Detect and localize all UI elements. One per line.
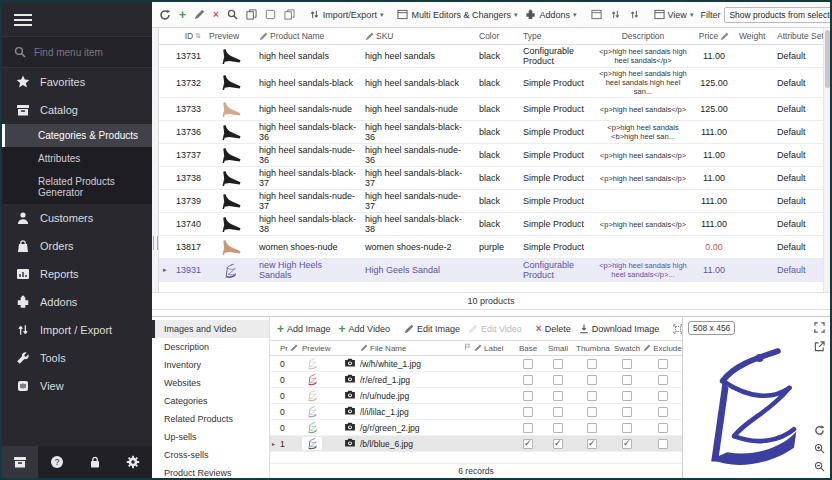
detail-tab[interactable]: Categories <box>152 392 269 410</box>
column-header-weight[interactable]: Weight <box>735 28 773 45</box>
cell-product-name[interactable]: women shoes-nude <box>255 236 361 259</box>
detail-tab[interactable]: Websites <box>152 374 269 392</box>
add-product-button[interactable]: + <box>176 7 189 23</box>
cell-label[interactable] <box>471 356 513 372</box>
product-row[interactable]: 13731 high heel sandals high heel sandal… <box>159 45 830 68</box>
small-checkbox[interactable] <box>553 407 563 417</box>
cell-label[interactable] <box>471 420 513 436</box>
sort-az-button[interactable] <box>588 7 605 22</box>
sidebar-item-favorites[interactable]: Favorites <box>2 68 152 96</box>
edit-product-button[interactable] <box>191 7 208 22</box>
search-button[interactable] <box>224 7 241 22</box>
cell-price[interactable]: 125.00 <box>693 68 735 98</box>
panel-collapse-handle[interactable] <box>152 28 159 292</box>
scrollbar-thumb[interactable] <box>825 30 830 88</box>
hamburger-menu-icon[interactable] <box>2 2 152 36</box>
import-export-menu[interactable]: Import/Export▾ <box>306 7 387 22</box>
cell-price[interactable]: 0.00 <box>693 236 735 259</box>
product-row[interactable]: 13736 high heel sandals-black-36 high he… <box>159 121 830 144</box>
cell-sku[interactable]: high heel sandals-black <box>361 68 475 98</box>
column-header-preview[interactable]: Preview <box>205 28 255 45</box>
column-header-description[interactable]: Description <box>593 28 693 45</box>
detail-tab[interactable]: Inventory <box>152 356 269 374</box>
base-checkbox[interactable] <box>523 423 533 433</box>
cell-price[interactable]: 11.00 <box>693 259 735 282</box>
row-expand-cell[interactable] <box>159 144 167 167</box>
fullscreen-icon[interactable] <box>814 322 825 333</box>
swatch-checkbox[interactable] <box>622 407 632 417</box>
row-expand-cell[interactable]: ▸ <box>159 259 167 282</box>
cell-sku[interactable]: high heel sandals <box>361 45 475 68</box>
small-checkbox[interactable] <box>553 375 563 385</box>
product-row[interactable]: ▸ 13931 new High Heels Sandals High Geel… <box>159 259 830 282</box>
cell-product-name[interactable]: high heel sandals-nude-37 <box>255 190 361 213</box>
cell-file-name[interactable]: /w/h/white_1.jpg <box>357 356 461 372</box>
menu-search-input[interactable] <box>34 47 134 58</box>
edit-image-button[interactable]: Edit Image <box>401 322 463 336</box>
multi-editors-menu[interactable]: Multi Editors & Changers▾ <box>394 7 520 22</box>
swatch-checkbox[interactable] <box>622 375 632 385</box>
base-checkbox[interactable] <box>523 391 533 401</box>
sidebar-item-tools[interactable]: Tools <box>2 344 152 372</box>
row-expand-cell[interactable]: ▸ <box>270 436 277 452</box>
view-menu[interactable]: View▾ <box>651 7 697 22</box>
thumbnail-checkbox[interactable] <box>587 391 597 401</box>
cell-sku[interactable]: high heel sandals-nude-37 <box>361 190 475 213</box>
column-header-sku[interactable]: SKU <box>361 28 475 45</box>
cell-product-name[interactable]: high heel sandals-black-38 <box>255 213 361 236</box>
sidebar-item-reports[interactable]: Reports <box>2 260 152 288</box>
row-expand-cell[interactable] <box>270 372 277 388</box>
cell-price[interactable]: 11.00 <box>693 45 735 68</box>
edit-video-button[interactable]: Edit Video <box>465 322 525 336</box>
cell-product-name[interactable]: high heel sandals-black-36 <box>255 121 361 144</box>
cell-product-name[interactable]: high heel sandals-nude-36 <box>255 144 361 167</box>
vertical-scrollbar[interactable] <box>823 28 830 292</box>
cell-label[interactable] <box>471 436 513 452</box>
add-image-button[interactable]: +Add Image <box>274 321 334 337</box>
move-up-button[interactable] <box>607 7 624 22</box>
sidebar-search[interactable] <box>2 36 152 68</box>
cell-price[interactable]: 111.00 <box>693 121 735 144</box>
column-header-priority[interactable]: Pr <box>277 341 299 356</box>
sidebar-item-view[interactable]: View <box>2 372 152 400</box>
cell-priority[interactable]: 0 <box>277 372 299 388</box>
exclude-checkbox[interactable] <box>658 439 668 449</box>
base-checkbox[interactable] <box>523 439 533 449</box>
thumbnail-checkbox[interactable] <box>587 375 597 385</box>
cell-price[interactable]: 111.00 <box>693 190 735 213</box>
lock-button[interactable] <box>76 455 114 469</box>
column-header-type[interactable]: Type <box>519 28 593 45</box>
row-expand-cell[interactable] <box>159 236 167 259</box>
open-external-icon[interactable] <box>814 341 825 352</box>
sidebar-item-related-products-generator[interactable]: Related Products Generator <box>2 170 152 204</box>
cell-sku[interactable]: women shoes-nude-2 <box>361 236 475 259</box>
swatch-checkbox[interactable] <box>622 423 632 433</box>
sidebar-item-customers[interactable]: Customers <box>2 204 152 232</box>
addons-menu[interactable]: Addons▾ <box>522 7 579 22</box>
cell-sku[interactable]: high heel sandals-black-37 <box>361 167 475 190</box>
cell-product-name[interactable]: high heel sandals-black <box>255 68 361 98</box>
row-expand-cell[interactable] <box>159 190 167 213</box>
row-expand-cell[interactable] <box>159 68 167 98</box>
sidebar-item-addons[interactable]: Addons <box>2 288 152 316</box>
exclude-checkbox[interactable] <box>658 375 668 385</box>
copy-button[interactable] <box>243 7 260 22</box>
column-header-file-name[interactable]: File Name <box>357 341 461 356</box>
row-expand-cell[interactable] <box>270 388 277 404</box>
column-header-price[interactable]: Price <box>693 28 735 45</box>
column-header-base[interactable]: Base <box>513 341 543 356</box>
cell-priority[interactable]: 0 <box>277 388 299 404</box>
cell-label[interactable] <box>471 372 513 388</box>
cell-product-name[interactable]: high heel sandals-nude <box>255 98 361 121</box>
column-header-id[interactable]: ID⇅ <box>167 28 205 45</box>
exclude-checkbox[interactable] <box>658 407 668 417</box>
cell-priority[interactable]: 0 <box>277 420 299 436</box>
image-row[interactable]: 0 /r/e/red_1.jpg <box>270 372 682 388</box>
image-row[interactable]: 0 /g/r/green_2.jpg <box>270 420 682 436</box>
product-row[interactable]: 13817 women shoes-nude women shoes-nude-… <box>159 236 830 259</box>
cell-price[interactable]: 11.00 <box>693 144 735 167</box>
exclude-checkbox[interactable] <box>658 423 668 433</box>
cell-priority[interactable]: 1 <box>277 436 299 452</box>
paste-button[interactable] <box>281 7 298 22</box>
cell-sku[interactable]: High Geels Sandal <box>361 259 475 282</box>
